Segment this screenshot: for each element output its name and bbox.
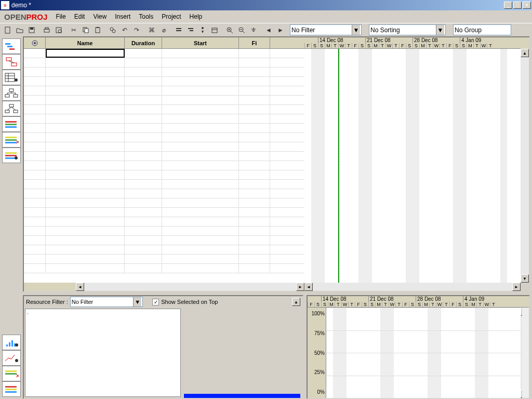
table-row[interactable] <box>24 236 304 245</box>
gantt-hscroll[interactable]: ◄ ► <box>304 283 521 291</box>
table-row[interactable] <box>24 227 304 236</box>
scroll-left-icon[interactable]: ◄ <box>76 283 84 291</box>
zoom-in-button[interactable] <box>224 24 235 36</box>
gantt-vscroll[interactable]: ▲ ▼ <box>521 37 529 291</box>
link-button[interactable]: ⌘ <box>146 24 157 36</box>
redo-button[interactable]: ↷ <box>131 24 142 36</box>
view-button-4[interactable] <box>2 101 21 116</box>
column-header-duration[interactable]: Duration <box>125 37 162 48</box>
show-selected-checkbox[interactable]: ✓ <box>152 299 159 305</box>
menu-item-edit[interactable]: Edit <box>70 12 89 21</box>
table-row[interactable] <box>24 58 304 68</box>
table-row[interactable] <box>24 170 304 180</box>
view-button-b0[interactable] <box>2 335 21 350</box>
table-row[interactable] <box>24 161 304 170</box>
dropdown-arrow-icon[interactable]: ▼ <box>436 25 444 35</box>
menu-item-project[interactable]: Project <box>157 12 185 21</box>
minimize-button[interactable]: _ <box>504 2 512 9</box>
scroll-right-icon[interactable]: ► <box>296 283 304 291</box>
table-row[interactable] <box>24 86 304 96</box>
outdent-button[interactable] <box>185 24 196 36</box>
table-row[interactable] <box>24 245 304 255</box>
menu-item-tools[interactable]: Tools <box>135 12 157 21</box>
undo-button[interactable]: ↶ <box>119 24 130 36</box>
table-row[interactable] <box>24 189 304 198</box>
column-header-fi[interactable]: Fi <box>239 37 270 48</box>
view-button-6[interactable]: ✕ <box>2 132 21 148</box>
save-button[interactable] <box>26 24 37 36</box>
svg-rect-55 <box>5 142 17 143</box>
view-button-b1[interactable] <box>2 350 21 366</box>
view-button-2[interactable] <box>2 70 21 85</box>
table-row[interactable] <box>24 49 304 58</box>
scroll-down-icon[interactable]: ▼ <box>521 274 529 283</box>
unlink-button[interactable]: ⌀ <box>158 24 169 36</box>
table-row[interactable] <box>24 264 304 273</box>
next-button[interactable]: ► <box>275 24 286 36</box>
svg-rect-3 <box>44 29 49 32</box>
table-row[interactable] <box>24 180 304 189</box>
resource-filter-combo[interactable]: No Filter ▼ <box>70 297 143 307</box>
table-row[interactable] <box>24 152 304 161</box>
menu-item-view[interactable]: View <box>89 12 111 21</box>
sorting-combo[interactable]: No Sorting ▼ <box>369 24 446 35</box>
menu-item-insert[interactable]: Insert <box>111 12 135 21</box>
copy-button[interactable] <box>80 24 91 36</box>
scroll-up-icon[interactable]: ▲ <box>292 298 300 306</box>
table-row[interactable] <box>24 77 304 86</box>
scroll-to-task-button[interactable] <box>248 24 259 36</box>
view-button-b2[interactable]: ✕ <box>2 366 21 381</box>
hist-chart[interactable] <box>326 308 521 398</box>
grid-body[interactable] <box>24 49 304 283</box>
yaxis-tick: 50% <box>309 350 325 356</box>
print-preview-button[interactable] <box>53 24 64 36</box>
view-button-0[interactable] <box>2 38 21 54</box>
dropdown-arrow-icon[interactable]: ▼ <box>352 25 360 35</box>
maximize-button[interactable]: □ <box>513 2 522 9</box>
table-row[interactable] <box>24 68 304 77</box>
view-button-1[interactable] <box>2 54 21 70</box>
table-row[interactable] <box>24 114 304 124</box>
calendar-button[interactable] <box>209 24 220 36</box>
table-row[interactable] <box>24 105 304 114</box>
view-button-b3[interactable] <box>2 381 21 397</box>
table-row[interactable] <box>24 124 304 133</box>
view-button-3[interactable] <box>2 85 21 101</box>
group-combo[interactable]: No Group <box>453 24 511 35</box>
indent-button[interactable] <box>173 24 184 36</box>
paste-button[interactable] <box>92 24 103 36</box>
resource-list[interactable]: ◦ <box>25 309 181 397</box>
table-row[interactable] <box>24 255 304 264</box>
table-row[interactable] <box>24 142 304 152</box>
dropdown-arrow-icon[interactable]: ▼ <box>133 297 141 307</box>
view-button-7[interactable] <box>2 148 21 163</box>
print-button[interactable] <box>41 24 52 36</box>
scroll-up-icon[interactable]: ▲ <box>521 49 529 57</box>
grid-hscroll[interactable]: ◄ ► <box>24 283 304 291</box>
table-row[interactable] <box>24 133 304 142</box>
table-row[interactable] <box>24 217 304 227</box>
column-header-start[interactable]: Start <box>162 37 239 48</box>
find-button[interactable] <box>107 24 118 36</box>
scroll-left-icon[interactable]: ◄ <box>304 283 313 291</box>
filter-combo[interactable]: No Filter ▼ <box>290 24 362 35</box>
zoom-out-button[interactable] <box>236 24 247 36</box>
open-button[interactable] <box>14 24 25 36</box>
table-row[interactable] <box>24 198 304 208</box>
menu-item-file[interactable]: File <box>51 12 70 21</box>
prev-button[interactable]: ◄ <box>263 24 274 36</box>
column-header-name[interactable]: Name <box>46 37 125 48</box>
menu-item-help[interactable]: Help <box>185 12 207 21</box>
information-button[interactable] <box>197 24 208 36</box>
scroll-right-icon[interactable]: ► <box>512 283 521 291</box>
svg-point-66 <box>15 359 18 362</box>
view-button-5[interactable] <box>2 116 21 132</box>
svg-rect-58 <box>5 155 17 156</box>
gantt-body[interactable] <box>304 49 521 283</box>
new-button[interactable] <box>2 24 14 36</box>
column-header-indicator[interactable] <box>24 37 46 48</box>
close-button[interactable]: ✕ <box>523 2 531 9</box>
table-row[interactable] <box>24 208 304 217</box>
cut-button[interactable]: ✂ <box>68 24 79 36</box>
table-row[interactable] <box>24 96 304 105</box>
